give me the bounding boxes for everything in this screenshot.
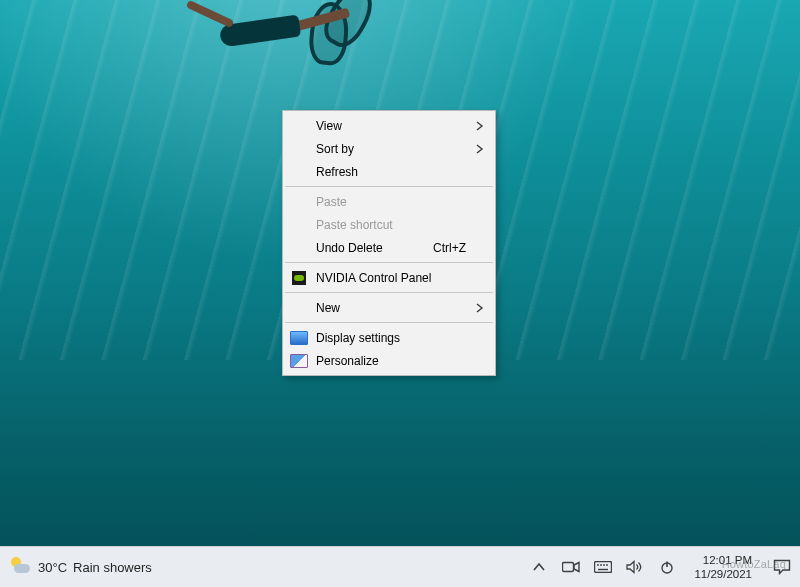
wallpaper-swimmer xyxy=(180,0,380,80)
chevron-right-icon xyxy=(476,303,484,313)
menu-item-personalize[interactable]: Personalize xyxy=(284,349,494,372)
menu-separator xyxy=(285,186,493,187)
menu-label: Paste shortcut xyxy=(316,218,466,232)
touch-keyboard-icon[interactable] xyxy=(594,547,612,587)
weather-temp: 30°C xyxy=(38,560,67,575)
menu-item-view[interactable]: View xyxy=(284,114,494,137)
menu-label: Refresh xyxy=(316,165,466,179)
power-icon[interactable] xyxy=(658,547,676,587)
menu-item-sort-by[interactable]: Sort by xyxy=(284,137,494,160)
menu-item-undo-delete[interactable]: Undo Delete Ctrl+Z xyxy=(284,236,494,259)
menu-item-display-settings[interactable]: Display settings xyxy=(284,326,494,349)
weather-desc: Rain showers xyxy=(73,560,152,575)
taskbar: 30°C Rain showers 12:01 PM 11/29/2021 xyxy=(0,546,800,587)
menu-item-new[interactable]: New xyxy=(284,296,494,319)
menu-label: Undo Delete xyxy=(316,241,433,255)
menu-item-paste-shortcut: Paste shortcut xyxy=(284,213,494,236)
chevron-right-icon xyxy=(476,121,484,131)
clock-time: 12:01 PM xyxy=(694,553,752,567)
menu-label: Personalize xyxy=(316,354,466,368)
meet-now-icon[interactable] xyxy=(562,547,580,587)
menu-label: Paste xyxy=(316,195,466,209)
taskbar-clock[interactable]: 12:01 PM 11/29/2021 xyxy=(690,553,756,581)
volume-icon[interactable] xyxy=(626,547,644,587)
clock-date: 11/29/2021 xyxy=(694,567,752,581)
menu-item-paste: Paste xyxy=(284,190,494,213)
display-settings-icon xyxy=(290,331,308,345)
desktop[interactable]: View Sort by Refresh Paste Paste shortcu… xyxy=(0,0,800,546)
menu-separator xyxy=(285,262,493,263)
taskbar-weather[interactable]: 30°C Rain showers xyxy=(0,556,152,578)
svg-point-5 xyxy=(604,564,606,566)
personalize-icon xyxy=(290,354,308,368)
weather-icon xyxy=(10,556,32,578)
menu-label: Display settings xyxy=(316,331,466,345)
system-tray: 12:01 PM 11/29/2021 xyxy=(530,547,800,587)
menu-item-nvidia-control-panel[interactable]: NVIDIA Control Panel xyxy=(284,266,494,289)
menu-item-refresh[interactable]: Refresh xyxy=(284,160,494,183)
svg-rect-1 xyxy=(595,562,612,573)
menu-separator xyxy=(285,322,493,323)
menu-label: NVIDIA Control Panel xyxy=(316,271,466,285)
tray-overflow-chevron-icon[interactable] xyxy=(530,547,548,587)
svg-point-3 xyxy=(598,564,600,566)
svg-point-4 xyxy=(601,564,603,566)
menu-label: New xyxy=(316,301,466,315)
desktop-context-menu: View Sort by Refresh Paste Paste shortcu… xyxy=(282,110,496,376)
action-center-icon[interactable] xyxy=(772,547,792,587)
chevron-right-icon xyxy=(476,144,484,154)
menu-label: View xyxy=(316,119,466,133)
menu-shortcut: Ctrl+Z xyxy=(433,241,466,255)
svg-point-6 xyxy=(607,564,609,566)
menu-label: Sort by xyxy=(316,142,466,156)
svg-rect-0 xyxy=(563,563,574,572)
nvidia-icon xyxy=(290,271,308,285)
menu-separator xyxy=(285,292,493,293)
